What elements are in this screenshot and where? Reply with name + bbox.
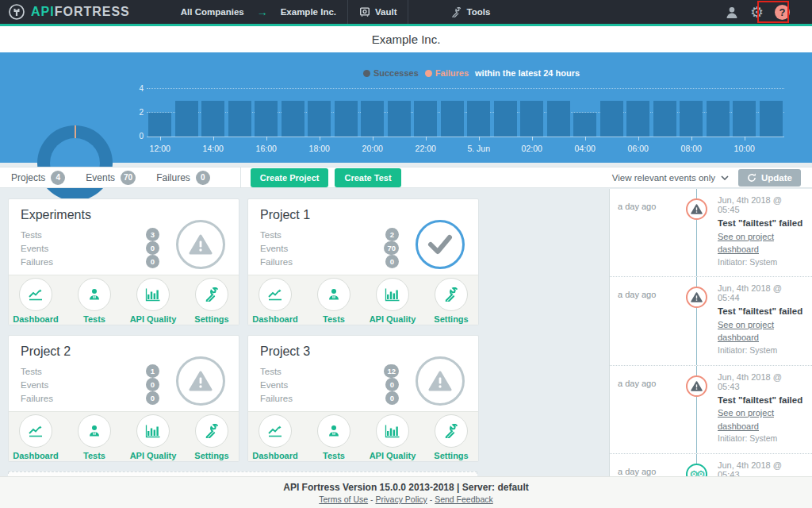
settings-button[interactable]: Settings: [185, 278, 239, 324]
event-dashboard-link[interactable]: See on project dashboard: [718, 318, 806, 344]
settings-button[interactable]: Settings: [424, 414, 478, 460]
api-quality-button[interactable]: API Quality: [366, 414, 419, 460]
failures-counter[interactable]: Failures 0: [156, 171, 210, 185]
user-icon[interactable]: [725, 6, 739, 19]
send-feedback-link[interactable]: Send Feedback: [435, 495, 493, 504]
chart-bar: [148, 113, 171, 137]
nav-tools[interactable]: Tools: [440, 0, 501, 24]
settings-icon: [435, 278, 468, 311]
status-warning-icon: [176, 356, 225, 406]
event-dashboard-link[interactable]: See on project dashboard: [718, 406, 806, 433]
chart-legend: Successes Failures within the latest 24 …: [147, 68, 796, 78]
dashboard-button[interactable]: Dashboard: [248, 414, 302, 460]
stats-banner: Successes Failures within the latest 24 …: [0, 52, 812, 163]
tests-label: Tests: [260, 367, 282, 376]
api-quality-button[interactable]: API Quality: [126, 414, 180, 460]
chart-bar: [414, 101, 437, 137]
event-timestamp: Jun, 4th 2018 @ 05:45: [718, 195, 806, 214]
tests-label: Tests: [21, 230, 42, 240]
settings-icon: [435, 414, 468, 448]
nav-all-companies[interactable]: All Companies: [170, 0, 255, 24]
chart-bar: [494, 101, 517, 137]
project-card: ExperimentsTests3Events0Failures0Dashboa…: [8, 198, 239, 325]
api-quality-icon: [136, 278, 170, 311]
project-card: Project 3Tests12Events0Failures0Dashboar…: [247, 335, 479, 462]
dashboard-button[interactable]: Dashboard: [9, 278, 63, 324]
x-axis-tick: [532, 137, 533, 140]
tests-button[interactable]: Tests: [307, 414, 361, 460]
settings-button[interactable]: Settings: [185, 414, 239, 460]
action-label: Tests: [83, 451, 105, 460]
projects-counter[interactable]: Projects 4: [11, 171, 65, 185]
refresh-icon: [747, 173, 756, 183]
tests-button[interactable]: Tests: [67, 414, 121, 460]
top-navbar: APIFORTRESS All Companies → Example Inc.…: [0, 0, 812, 26]
update-button[interactable]: Update: [738, 169, 801, 187]
settings-gear-icon[interactable]: ⚙: [750, 5, 764, 20]
y-axis-tick-label: 2: [134, 108, 144, 117]
tests-count-badge: 2: [385, 228, 399, 241]
settings-button[interactable]: Settings: [424, 278, 478, 324]
x-axis-tick-label: 18:00: [309, 144, 330, 153]
terms-of-use-link[interactable]: Terms of Use: [319, 495, 368, 504]
chart-bar: [282, 101, 304, 137]
chart-bar: [335, 101, 358, 137]
action-label: Settings: [434, 314, 468, 324]
events-label: Events: [260, 380, 288, 390]
x-axis-tick: [373, 137, 373, 140]
api-quality-button[interactable]: API Quality: [366, 278, 419, 324]
dashboard-button[interactable]: Dashboard: [248, 278, 302, 324]
events-count-badge: 0: [146, 241, 159, 255]
nav-vault[interactable]: Vault: [348, 0, 408, 24]
help-icon[interactable]: ?: [775, 5, 790, 20]
tests-icon: [317, 278, 350, 311]
x-axis-tick-label: 06:00: [628, 144, 649, 153]
brand-logo[interactable]: APIFORTRESS: [8, 3, 130, 21]
tests-button[interactable]: Tests: [67, 278, 121, 324]
event-timestamp: Jun, 4th 2018 @ 05:44: [718, 283, 806, 302]
status-warning-icon: [416, 356, 465, 406]
chart-bar: [760, 101, 783, 137]
x-axis-tick-label: 14:00: [203, 144, 224, 153]
events-filter-dropdown[interactable]: View relevant events only: [612, 173, 729, 183]
event-icon-column: [680, 372, 713, 445]
events-counter[interactable]: Events 70: [86, 171, 136, 185]
nav-company[interactable]: Example Inc.: [270, 0, 347, 24]
tests-count-badge: 3: [146, 228, 159, 241]
event-initiator: Initiator: System: [718, 344, 806, 357]
legend-note: within the latest 24 hours: [475, 68, 580, 78]
failures-count-badge: 0: [385, 391, 399, 405]
x-axis-tick-label: 02:00: [522, 144, 542, 153]
api-quality-icon: [376, 414, 409, 448]
settings-icon: [195, 278, 228, 311]
project-card: Project 2Tests1Events0Failures0Dashboard…: [8, 335, 239, 462]
chart-bar: [388, 101, 411, 137]
warning-icon: [686, 375, 707, 397]
tests-icon: [317, 414, 350, 448]
create-test-button[interactable]: Create Test: [335, 168, 400, 187]
tests-icon: [78, 278, 111, 311]
dashboard-icon: [259, 414, 292, 448]
chart-bar: [547, 101, 570, 137]
gridline: [147, 88, 784, 89]
timeline-event: a day agoJun, 4th 2018 @ 05:44Test "fail…: [610, 277, 812, 365]
api-quality-button[interactable]: API Quality: [126, 278, 180, 324]
event-title: Test "failtest" failed: [718, 217, 806, 230]
event-initiator: Initiator: System: [718, 433, 806, 445]
dashboard-icon: [19, 414, 52, 448]
tests-button[interactable]: Tests: [307, 278, 361, 324]
tools-wrench-icon: [451, 7, 462, 17]
x-axis-tick: [691, 137, 692, 140]
privacy-policy-link[interactable]: Privacy Policy: [375, 495, 427, 504]
breadcrumb-arrow-icon: →: [255, 6, 270, 18]
create-project-button[interactable]: Create Project: [251, 168, 329, 187]
chart-bar: [600, 101, 623, 137]
event-dashboard-link[interactable]: See on project dashboard: [718, 230, 806, 256]
chart-bar: [680, 101, 703, 137]
page-footer: API Fortress Version 15.0.0 2013-2018 | …: [0, 476, 812, 508]
dashboard-button[interactable]: Dashboard: [9, 414, 63, 460]
action-label: Dashboard: [13, 451, 58, 460]
projects-grid-area: ExperimentsTests3Events0Failures0Dashboa…: [0, 189, 609, 476]
chart-bar: [175, 101, 198, 137]
x-axis-tick: [266, 137, 267, 140]
